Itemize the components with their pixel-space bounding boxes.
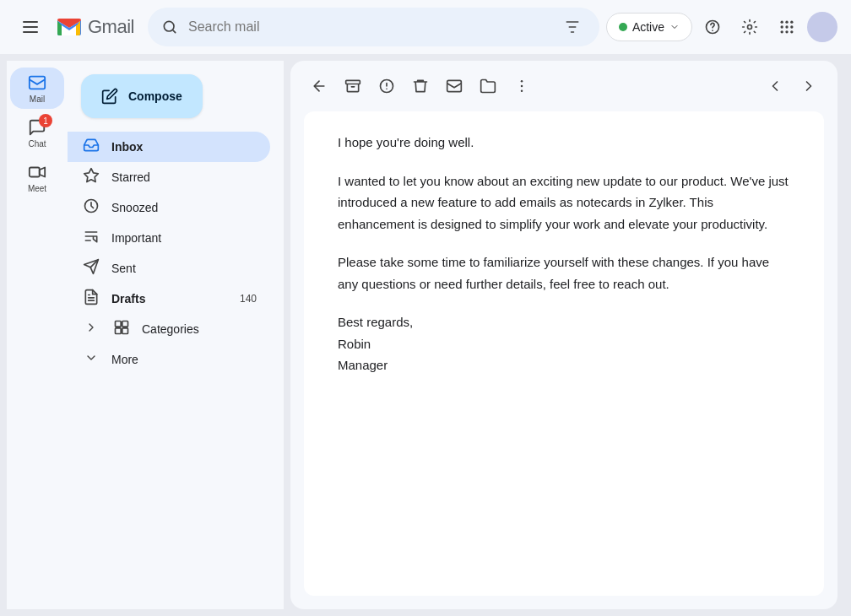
email-text: I hope you're doing well. I wanted to le… [338,132,790,376]
nav-sidebar: Compose Inbox Starred [68,61,284,609]
email-paragraph2: Please take some time to familiarize you… [338,251,790,294]
svg-point-15 [790,30,793,33]
categories-label: Categories [142,322,199,336]
prev-email-button[interactable] [760,71,790,101]
status-button[interactable]: Active [606,13,692,41]
nav-item-important[interactable]: Important [68,223,270,253]
header: Gmail Active [0,0,851,54]
sidebar-icons: Mail 1 Chat Meet [7,61,68,609]
gmail-text: Gmail [88,16,134,38]
categories-icon [111,319,132,340]
email-paragraph1: I wanted to let you know about an exciti… [338,170,790,235]
svg-rect-23 [346,80,360,84]
help-button[interactable] [696,10,729,44]
svg-rect-17 [30,168,40,177]
svg-rect-0 [23,21,38,23]
drafts-icon [81,289,101,310]
svg-point-9 [790,21,793,24]
important-label: Important [111,231,161,245]
svg-rect-2 [23,31,38,33]
mail-label: Mail [30,95,45,104]
sent-icon [81,258,101,279]
spam-button[interactable] [371,71,402,101]
mark-unread-button[interactable] [439,71,469,101]
chat-label: Chat [28,139,46,149]
apps-button[interactable] [770,10,804,44]
nav-item-sent[interactable]: Sent [68,253,270,284]
archive-button[interactable] [338,71,368,101]
more-expand-icon [81,351,101,369]
search-input[interactable] [188,19,549,35]
email-sender-title: Manager [338,358,388,372]
sidebar-item-meet[interactable]: Meet [10,157,64,198]
delete-button[interactable] [405,71,436,101]
categories-expand-icon [81,321,101,338]
important-icon [81,228,101,249]
email-closing: Best regards, Robin Manager [338,311,790,376]
move-to-button[interactable] [473,71,503,101]
settings-button[interactable] [733,10,767,44]
inbox-icon [81,137,101,158]
avatar-button[interactable] [807,12,837,42]
drafts-count: 140 [240,293,257,305]
svg-rect-22 [122,327,128,333]
next-email-button[interactable] [794,71,824,101]
nav-item-snoozed[interactable]: Snoozed [68,192,270,223]
email-toolbar [290,61,837,111]
search-bar [148,8,599,46]
status-label: Active [632,20,664,34]
nav-item-more[interactable]: More [68,344,270,375]
svg-rect-1 [23,26,38,28]
compose-icon [101,88,118,105]
main-layout: Mail 1 Chat Meet [0,54,851,616]
svg-rect-20 [122,321,128,327]
email-greeting: I hope you're doing well. [338,132,790,154]
svg-point-8 [785,21,788,24]
svg-point-13 [781,30,783,33]
sent-label: Sent [111,262,136,275]
svg-point-28 [521,90,523,93]
nav-item-inbox[interactable]: Inbox [68,132,270,162]
menu-button[interactable] [14,10,47,44]
meet-icon [27,162,47,182]
status-dot [619,23,627,31]
svg-point-3 [164,21,174,31]
compose-button[interactable]: Compose [81,74,203,118]
chat-badge: 1 [39,114,52,127]
email-content-area: I hope you're doing well. I wanted to le… [290,61,837,609]
more-actions-button[interactable] [507,71,537,101]
email-body: I hope you're doing well. I wanted to le… [304,111,824,596]
inbox-label: Inbox [111,140,143,154]
nav-item-drafts[interactable]: Drafts 140 [68,284,270,314]
compose-label: Compose [128,89,182,103]
chat-icon: 1 [27,117,47,138]
sidebar-item-mail[interactable]: Mail [10,68,64,109]
svg-rect-25 [447,80,462,91]
email-sender-name: Robin [338,337,371,351]
svg-point-12 [790,25,793,28]
chevron-down-icon [669,22,680,32]
snoozed-label: Snoozed [111,201,158,214]
svg-point-11 [785,25,788,28]
svg-point-26 [521,80,523,83]
gmail-logo: Gmail [54,12,134,42]
svg-rect-21 [116,327,122,333]
search-icon [161,19,178,35]
svg-rect-16 [30,77,45,89]
svg-point-10 [781,25,783,28]
header-right: Active [606,10,837,44]
sidebar-item-chat[interactable]: 1 Chat [10,112,64,154]
mail-icon [27,73,47,93]
star-icon [81,167,101,188]
email-closing-text: Best regards, [338,315,413,329]
search-filter-button[interactable] [559,14,586,41]
svg-point-7 [781,21,783,24]
back-button[interactable] [304,71,334,101]
clock-icon [81,197,101,219]
svg-point-14 [785,30,788,33]
nav-item-starred[interactable]: Starred [68,162,270,192]
svg-point-6 [748,25,752,30]
more-label: More [111,353,138,366]
nav-item-categories[interactable]: Categories [68,314,270,344]
toolbar-nav [760,71,824,101]
